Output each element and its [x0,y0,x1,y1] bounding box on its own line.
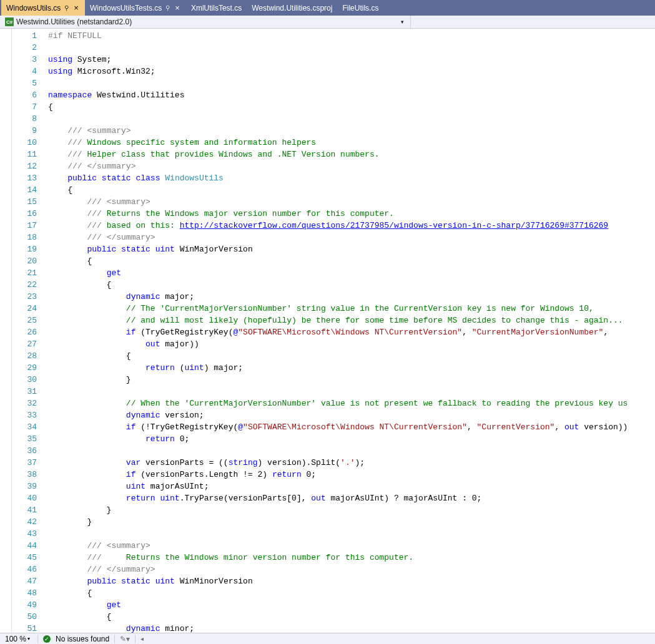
code-line[interactable] [48,528,655,540]
context-label: Westwind.Utilities (netstandard2.0) [16,17,132,26]
nav-arrows[interactable]: ◂ [140,635,144,642]
line-number: 49 [12,599,46,611]
code-line[interactable]: return 0; [48,433,655,445]
code-line[interactable]: /// Helper class that provides Windows a… [48,149,655,160]
code-line[interactable]: if (TryGetRegistryKey(@"SOFTWARE\Microso… [48,326,655,338]
zoom-value: 100 % [5,635,26,643]
code-line[interactable]: /// Returns the Windows major version nu… [48,208,655,220]
line-number: 40 [12,492,46,504]
line-number: 4 [12,66,46,77]
code-line[interactable]: { [48,279,655,291]
code-line[interactable] [48,113,655,125]
code-line[interactable]: #if NETFULL [48,30,655,42]
line-number-gutter: 1234567891011121314151617181920212223242… [12,29,46,633]
line-number: 19 [12,243,46,255]
code-line[interactable] [48,445,655,457]
code-line[interactable]: } [48,516,655,528]
code-line[interactable]: uint majorAsUInt; [48,481,655,492]
code-line[interactable]: /// Returns the Windows minor version nu… [48,552,655,564]
code-line[interactable]: if (versionParts.Length != 2) return 0; [48,469,655,481]
code-line[interactable]: // When the 'CurrentMajorVersionNumber' … [48,398,655,409]
code-line[interactable]: { [48,255,655,267]
code-line[interactable]: return (uint) major; [48,362,655,374]
code-line[interactable]: } [48,504,655,516]
line-number: 47 [12,575,46,587]
code-line[interactable]: out major)) [48,338,655,350]
line-number: 24 [12,303,46,315]
line-number: 26 [12,326,46,338]
code-editor[interactable]: #if NETFULLusing System;using Microsoft.… [46,29,655,633]
tab-xmlutilstest-cs[interactable]: XmlUtilsTest.cs [186,0,247,16]
tab-windowsutils-cs[interactable]: WindowsUtils.cs⚲× [1,0,85,16]
navigation-bar: C# Westwind.Utilities (netstandard2.0) ▾ [0,16,655,29]
line-number: 44 [12,540,46,552]
code-line[interactable]: public static uint WinMinorVersion [48,575,655,587]
chevron-down-icon: ▾ [27,636,30,642]
close-icon[interactable]: × [72,4,80,12]
tab-westwind-utilities-csproj[interactable]: Westwind.Utilities.csproj [247,0,337,16]
member-dropdown[interactable] [410,16,653,28]
code-line[interactable]: using Microsoft.Win32; [48,66,655,77]
context-dropdown[interactable]: C# Westwind.Utilities (netstandard2.0) ▾ [2,17,410,26]
code-line[interactable]: if (!TryGetRegistryKey(@"SOFTWARE\Micros… [48,421,655,433]
pin-icon[interactable]: ⚲ [165,4,170,11]
tab-label: FileUtils.cs [342,4,378,12]
zoom-selector[interactable]: 100 % ▾ [2,635,32,643]
tab-fileutils-cs[interactable]: FileUtils.cs [337,0,383,16]
line-number: 22 [12,279,46,291]
code-line[interactable]: /// </summary> [48,564,655,575]
line-number: 15 [12,196,46,208]
line-number: 34 [12,421,46,433]
code-line[interactable]: /// Windows specific system and informat… [48,137,655,149]
close-icon[interactable]: × [174,4,181,12]
code-line[interactable]: get [48,599,655,611]
code-line[interactable] [48,386,655,398]
line-number: 37 [12,457,46,469]
code-line[interactable]: /// based on this: http://stackoverflow.… [48,220,655,232]
code-line[interactable]: /// </summary> [48,232,655,243]
code-line[interactable]: { [48,350,655,362]
line-number: 2 [12,42,46,54]
code-line[interactable]: /// <summary> [48,196,655,208]
code-line[interactable]: /// <summary> [48,540,655,552]
code-line[interactable]: public static uint WinMajorVersion [48,243,655,255]
code-line[interactable]: // The 'CurrentMajorVersionNumber' strin… [48,303,655,315]
issues-label: No issues found [56,635,109,643]
hyperlink[interactable]: http://stackoverflow.com/questions/21737… [180,221,609,230]
code-line[interactable]: } [48,374,655,386]
outline-margin [0,29,12,633]
code-line[interactable] [48,77,655,89]
line-number: 14 [12,184,46,196]
line-number: 21 [12,267,46,279]
code-line[interactable]: namespace Westwind.Utilities [48,89,655,101]
code-line[interactable]: /// <summary> [48,125,655,137]
code-line[interactable]: { [48,587,655,599]
code-line[interactable]: dynamic version; [48,409,655,421]
line-number: 23 [12,291,46,303]
tab-windowsutilstests-cs[interactable]: WindowsUtilsTests.cs⚲× [85,0,186,16]
code-line[interactable]: dynamic major; [48,291,655,303]
line-number: 36 [12,445,46,457]
code-line[interactable]: public static class WindowsUtils [48,172,655,184]
line-number: 29 [12,362,46,374]
line-number: 31 [12,386,46,398]
line-number: 12 [12,160,46,172]
code-line[interactable]: { [48,184,655,196]
csharp-icon: C# [5,17,14,26]
line-number: 3 [12,54,46,66]
code-line[interactable]: return uint.TryParse(versionParts[0], ou… [48,492,655,504]
code-line[interactable]: /// </summary> [48,160,655,172]
code-line[interactable]: dynamic minor; [48,623,655,633]
pin-icon[interactable]: ⚲ [64,4,69,11]
code-line[interactable]: get [48,267,655,279]
pencil-icon[interactable]: ✎▾ [120,635,130,643]
code-line[interactable]: { [48,101,655,113]
code-line[interactable]: using System; [48,54,655,66]
code-line[interactable]: // and will most likely (hopefully) be t… [48,315,655,326]
editor-area: 1234567891011121314151617181920212223242… [0,29,655,633]
line-number: 13 [12,172,46,184]
code-line[interactable] [48,42,655,54]
code-line[interactable]: var versionParts = ((string) version).Sp… [48,457,655,469]
code-line[interactable]: { [48,611,655,623]
line-number: 28 [12,350,46,362]
